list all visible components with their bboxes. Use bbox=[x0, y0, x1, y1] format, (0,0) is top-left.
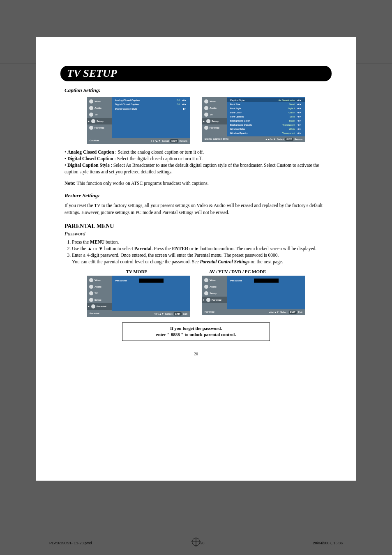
note-label: Note: bbox=[65, 181, 76, 186]
osd-footer-hint: ◄►/▲▼ bbox=[265, 138, 275, 140]
osd-side-item[interactable]: Audio bbox=[87, 283, 112, 290]
restore-heading: Restore Setting: bbox=[65, 192, 332, 199]
osd-side-item[interactable]: TV bbox=[87, 290, 112, 297]
password-input[interactable] bbox=[254, 279, 279, 283]
osd-side-item[interactable]: Video bbox=[87, 98, 112, 105]
osd-footer-hint: ◄►/▲▼ bbox=[269, 311, 279, 313]
restore-text: If you reset the TV to the factory setti… bbox=[65, 202, 327, 215]
menu-icon bbox=[91, 119, 95, 123]
osd-footer-hint: Select bbox=[165, 313, 173, 315]
osd-side-item[interactable]: Video bbox=[87, 277, 112, 283]
osd-footer-hint: EXIT bbox=[289, 311, 297, 314]
osd-footer-title: Parental bbox=[205, 311, 214, 314]
registration-mark-icon bbox=[192, 538, 200, 546]
mode-labels: TV MODE AV / YUV / DVD / PC MODE bbox=[60, 269, 332, 274]
password-label: Password bbox=[230, 279, 242, 282]
caption-bullet: • Digital Closed Caption : Select the di… bbox=[65, 155, 327, 162]
osd-footer-hint: Select bbox=[162, 140, 169, 142]
osd-side-item[interactable]: Video bbox=[202, 98, 227, 105]
tv-mode-label: TV MODE bbox=[126, 269, 148, 274]
osd-setting-row[interactable]: Window ColorWhite◄► bbox=[227, 127, 305, 131]
osd-side-item[interactable]: Audio bbox=[202, 283, 227, 290]
osd-side-item[interactable]: Setup bbox=[87, 297, 112, 303]
osd-footer-hint: ◄►/▲▼ bbox=[150, 140, 160, 142]
menu-icon bbox=[89, 291, 93, 295]
osd-setting-row[interactable]: Background OpacityTranslucent◄► bbox=[227, 123, 305, 127]
menu-icon bbox=[89, 99, 93, 104]
menu-icon bbox=[89, 278, 93, 282]
caption-setting-heading: Caption Setting: bbox=[65, 87, 332, 94]
menu-icon bbox=[89, 113, 93, 117]
menu-icon bbox=[204, 278, 208, 282]
menu-icon bbox=[89, 106, 93, 110]
osd-setting-row[interactable]: Window OpacityTransparent◄► bbox=[227, 131, 305, 135]
menu-icon bbox=[204, 285, 208, 289]
note-text: This function only works on ATSC program… bbox=[76, 181, 209, 186]
caption-osd-row: VideoAudioTV►SetupParental Analog Closed… bbox=[60, 97, 332, 144]
password-label: Password bbox=[115, 279, 127, 282]
menu-icon bbox=[204, 126, 208, 130]
osd-side-item[interactable]: TV bbox=[202, 111, 227, 118]
footer-filename: PLV1615CS1- E1-23.pmd bbox=[49, 541, 92, 545]
osd-side-item[interactable]: ►Parental bbox=[87, 303, 112, 310]
osd-setting-row[interactable]: Caption StyleAs Broadcaster◄► bbox=[227, 98, 305, 102]
menu-icon bbox=[89, 285, 93, 289]
caption-bullet: • Digital Caption Style : Select As Broa… bbox=[65, 162, 327, 175]
password-subheading: Password bbox=[65, 230, 332, 237]
osd-setting-row[interactable]: Font ColorGreen◄► bbox=[227, 111, 305, 115]
osd-side-item[interactable]: ►Setup bbox=[202, 118, 227, 124]
osd-footer-title: Digital Caption Style bbox=[205, 138, 228, 141]
caption-bullets: • Analog Closed Caption : Select the ana… bbox=[65, 149, 327, 187]
osd-footer-hint: ◄►/▲▼ bbox=[154, 313, 164, 315]
osd-footer-hint: Select bbox=[277, 138, 284, 140]
menu-icon bbox=[206, 298, 210, 302]
document-page: TV SETUP Caption Setting: VideoAudioTV►S… bbox=[36, 37, 356, 481]
caption-osd: VideoAudioTV►SetupParental Analog Closed… bbox=[87, 97, 190, 144]
hint-line2: enter " 8888 " to unlock parental contro… bbox=[127, 332, 265, 338]
parental-osd-tv: VideoAudioTVSetup►Parental Password Pare… bbox=[87, 276, 190, 317]
menu-icon bbox=[206, 119, 210, 123]
osd-setting-row[interactable]: Digital Closed CaptionOff◄► bbox=[112, 102, 190, 106]
osd-footer-hint: Select bbox=[280, 311, 288, 313]
osd-side-item[interactable]: Video bbox=[202, 277, 227, 283]
password-hint-box: If you forget the password, enter " 8888… bbox=[122, 322, 270, 341]
digital-caption-style-osd: VideoAudioTV►SetupParental Caption Style… bbox=[202, 97, 305, 144]
osd-footer-hint: Exit bbox=[298, 311, 302, 313]
osd-footer-title: Caption bbox=[90, 139, 99, 143]
osd-side-item[interactable]: ►Setup bbox=[87, 118, 112, 124]
menu-icon bbox=[204, 106, 208, 110]
page-title: TV SETUP bbox=[60, 66, 332, 81]
parental-heading: PARENTAL MENU bbox=[65, 223, 332, 230]
menu-icon bbox=[204, 291, 208, 295]
menu-icon bbox=[89, 126, 93, 130]
osd-footer-title: Parental bbox=[90, 312, 99, 315]
osd-side-item[interactable]: Setup bbox=[202, 290, 227, 297]
osd-footer-hint: EXIT bbox=[174, 312, 182, 315]
osd-side-item[interactable]: TV bbox=[87, 111, 112, 118]
osd-footer-hint: Return bbox=[295, 138, 302, 140]
osd-setting-row[interactable]: Font SizeSmall◄► bbox=[227, 102, 305, 106]
page-number: 20 bbox=[60, 352, 332, 356]
menu-icon bbox=[89, 298, 93, 302]
password-input[interactable] bbox=[139, 279, 164, 283]
footer-date: 20/04/2007, 15:36 bbox=[313, 541, 343, 545]
osd-footer-hint: Return bbox=[180, 140, 187, 142]
osd-side-item[interactable]: Parental bbox=[202, 124, 227, 131]
osd-setting-row[interactable]: Analog Closed CaptionOff◄► bbox=[112, 98, 190, 102]
osd-setting-row[interactable]: Font OpacitySolid◄► bbox=[227, 115, 305, 119]
caption-bullet: • Analog Closed Caption : Select the ana… bbox=[65, 149, 327, 155]
osd-side-item[interactable]: Audio bbox=[87, 105, 112, 111]
menu-icon bbox=[204, 113, 208, 117]
av-mode-label: AV / YUV / DVD / PC MODE bbox=[209, 269, 266, 274]
osd-setting-row[interactable]: Digital Caption Style▮► bbox=[112, 106, 190, 111]
parental-osd-av: VideoAudioSetup►Parental Password Parent… bbox=[202, 276, 305, 317]
parental-steps: Press the MENU button. Use the ▲ or ▼ bu… bbox=[72, 239, 326, 265]
osd-side-item[interactable]: ►Parental bbox=[202, 297, 227, 303]
osd-setting-row[interactable]: Background ColorBlack◄► bbox=[227, 119, 305, 123]
osd-side-item[interactable]: Audio bbox=[202, 105, 227, 111]
hint-line1: If you forget the password, bbox=[127, 325, 265, 332]
osd-side-item[interactable]: Parental bbox=[87, 124, 112, 131]
osd-footer-hint: EXIT bbox=[285, 138, 293, 141]
osd-setting-row[interactable]: Font StyleStyle 1◄► bbox=[227, 106, 305, 111]
menu-icon bbox=[204, 99, 208, 104]
